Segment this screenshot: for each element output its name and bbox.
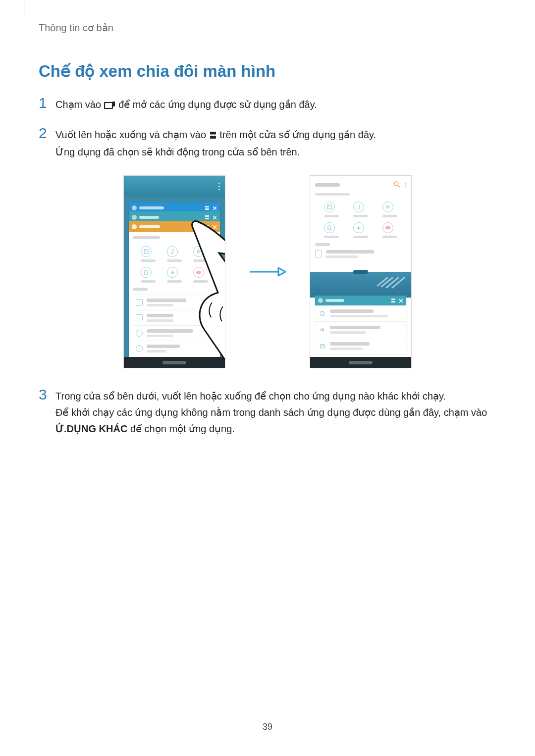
motion-lines-icon [376, 274, 406, 289]
svg-marker-18 [198, 250, 200, 253]
list-item [315, 322, 406, 338]
split-icon [205, 215, 210, 220]
sound-icon [319, 326, 326, 333]
recent-card-front [129, 221, 220, 365]
svg-rect-3 [210, 136, 216, 139]
document-icon [324, 222, 335, 233]
images-icon [324, 202, 335, 212]
phone2-bottom-panel [310, 272, 411, 357]
svg-rect-1 [112, 101, 115, 106]
step-1-body: Chạm vào để mở các ứng dụng được sử dụng… [55, 96, 496, 114]
bottom-app-card [315, 296, 406, 357]
step-2: 2 Vuốt lên hoặc xuống và chạm vào trên m… [39, 126, 496, 160]
video-icon [193, 246, 204, 257]
document-icon [141, 267, 152, 278]
illustration-row [39, 175, 496, 368]
phone-nav-bar [310, 357, 411, 368]
step-3: 3 Trong cửa sổ bên dưới, vuốt lên hoặc x… [39, 387, 496, 437]
close-icon [213, 225, 217, 229]
close-icon [399, 299, 403, 303]
page-number: 39 [263, 722, 272, 732]
step-number-1: 1 [39, 96, 55, 110]
section-heading: Chế độ xem chia đôi màn hình [39, 61, 496, 81]
svg-rect-27 [391, 301, 395, 302]
video-icon [382, 202, 393, 212]
split-icon [205, 205, 210, 210]
download-icon [353, 222, 364, 233]
close-icon [213, 215, 217, 220]
list-item [315, 305, 406, 322]
instruction-list: 1 Chạm vào để mở các ứng dụng được sử dụ… [39, 96, 496, 160]
svg-marker-20 [278, 268, 285, 276]
svg-rect-9 [205, 218, 209, 219]
svg-rect-4 [205, 206, 209, 207]
step-3-line1: Trong cửa sổ bên dưới, vuốt lên hoặc xuố… [55, 391, 446, 402]
arrow-right-icon [245, 266, 290, 278]
instruction-list-continued: 3 Trong cửa sổ bên dưới, vuốt lên hoặc x… [39, 387, 496, 437]
phone2-top-app [310, 176, 411, 273]
download-icon [167, 267, 178, 278]
step-1-text-before: Chạm vào [55, 99, 104, 110]
svg-rect-8 [205, 215, 209, 217]
step-3-line2-before: Để khởi chạy các ứng dụng không nằm tron… [55, 407, 487, 418]
svg-rect-13 [205, 227, 209, 229]
search-icon [393, 181, 400, 189]
more-icon [405, 183, 406, 188]
calendar-icon [319, 343, 326, 350]
record-icon [193, 267, 204, 278]
split-screen-icon [209, 128, 217, 144]
svg-rect-23 [327, 205, 331, 209]
step-2-line1-after: trên một cửa sổ ứng dụng gần đây. [219, 129, 376, 140]
recent-apps-icon [104, 98, 116, 114]
svg-rect-16 [144, 250, 148, 253]
drive-icon [136, 345, 143, 352]
music-icon [353, 202, 364, 212]
svg-rect-2 [210, 132, 216, 135]
phone-nav-bar [124, 357, 225, 368]
breadcrumb: Thông tin cơ bản [39, 22, 496, 34]
svg-rect-30 [321, 345, 324, 348]
step-3-line2-after: để chọn một ứng dụng. [127, 423, 235, 434]
close-icon [213, 206, 217, 210]
svg-rect-26 [391, 299, 395, 300]
more-icon [218, 183, 220, 190]
split-icon [391, 298, 396, 303]
images-icon [141, 246, 152, 257]
step-2-line2: Ứng dụng đã chọn sẽ khởi động trong cửa … [55, 147, 300, 157]
music-icon [167, 246, 178, 257]
phone1-header [124, 176, 225, 197]
recent-apps-stack [129, 202, 220, 363]
document-page: Thông tin cơ bản Chế độ xem chia đôi màn… [0, 0, 535, 437]
step-2-line1-before: Vuốt lên hoặc xuống và chạm vào [55, 129, 209, 140]
svg-point-24 [328, 206, 329, 207]
split-icon [205, 224, 210, 229]
list-item [315, 338, 406, 354]
phone-illustration-right [310, 175, 412, 368]
list-item [133, 310, 216, 325]
page-edge-rule [24, 0, 24, 15]
split-handle [353, 270, 368, 274]
step-1-text-after: để mở các ứng dụng được sử dụng gần đây. [118, 99, 317, 110]
list-item [133, 341, 216, 356]
svg-line-22 [398, 185, 400, 187]
step-3-body: Trong cửa sổ bên dưới, vuốt lên hoặc xuố… [55, 387, 496, 437]
svg-point-21 [394, 182, 398, 186]
record-icon [382, 222, 393, 233]
file-icon [319, 310, 326, 317]
svg-point-17 [145, 251, 146, 252]
svg-rect-5 [205, 208, 209, 210]
step-1: 1 Chạm vào để mở các ứng dụng được sử dụ… [39, 96, 496, 114]
list-item [133, 325, 216, 341]
phone-illustration-left [123, 175, 225, 368]
step-3-bold: Ứ.DỤNG KHÁC [55, 423, 127, 434]
cloud-icon [136, 330, 143, 337]
svg-marker-25 [387, 205, 389, 208]
step-number-2: 2 [39, 126, 55, 141]
svg-rect-0 [105, 102, 112, 108]
step-number-3: 3 [39, 387, 55, 402]
list-item [315, 247, 406, 261]
list-item [133, 295, 216, 310]
step-2-body: Vuốt lên hoặc xuống và chạm vào trên một… [55, 126, 496, 160]
svg-rect-12 [205, 225, 209, 226]
